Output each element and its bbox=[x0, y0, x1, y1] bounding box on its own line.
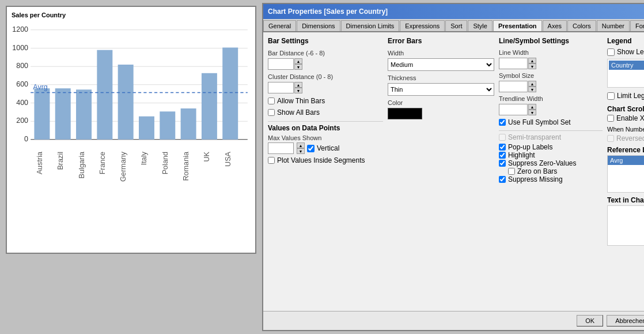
tab-style[interactable]: Style bbox=[468, 20, 492, 31]
tab-presentation[interactable]: Presentation bbox=[493, 20, 542, 32]
cancel-button[interactable]: Abbrechen bbox=[607, 315, 644, 327]
tab-dimensions[interactable]: Dimensions bbox=[297, 20, 340, 31]
bar-distance-down[interactable]: ▼ bbox=[294, 64, 302, 70]
tab-axes[interactable]: Axes bbox=[543, 20, 567, 31]
svg-rect-22 bbox=[202, 73, 217, 140]
tab-number[interactable]: Number bbox=[597, 20, 630, 31]
bar-distance-up[interactable]: ▲ bbox=[294, 58, 302, 64]
highlight-label: Highlight bbox=[508, 151, 535, 159]
error-bars-label: Error Bars bbox=[388, 37, 494, 45]
highlight-row: Highlight bbox=[499, 151, 603, 159]
dialog-title: Chart Properties [Sales per Country] bbox=[268, 7, 388, 16]
trendline-up[interactable]: ▲ bbox=[528, 104, 536, 110]
cluster-distance-input[interactable]: 5 bbox=[268, 82, 294, 93]
svg-rect-14 bbox=[34, 88, 50, 140]
cluster-distance-down[interactable]: ▼ bbox=[294, 88, 302, 93]
reference-lines-item: Avrg bbox=[608, 156, 644, 165]
svg-text:USA: USA bbox=[224, 151, 232, 167]
chart-svg: 1200 1000 800 600 400 200 0 bbox=[12, 21, 251, 240]
chart-area: 1200 1000 800 600 400 200 0 bbox=[12, 21, 251, 240]
popup-labels-checkbox[interactable] bbox=[499, 144, 506, 151]
legend-label: Legend bbox=[607, 37, 644, 45]
svg-rect-16 bbox=[76, 89, 92, 140]
tab-expressions[interactable]: Expressions bbox=[400, 20, 445, 31]
limit-legend-row: Limit Legend (Characters) 15 ▲ ▼ bbox=[607, 90, 644, 102]
show-legend-label: Show Legend bbox=[617, 48, 644, 56]
svg-text:Brazil: Brazil bbox=[56, 152, 65, 170]
enable-xaxis-checkbox[interactable] bbox=[607, 115, 614, 122]
svg-rect-21 bbox=[181, 108, 196, 140]
tab-general[interactable]: General bbox=[263, 20, 296, 31]
text-in-chart-box bbox=[607, 205, 644, 246]
reference-lines-section: Reference Lines Avrg Add... Edit... Dele… bbox=[607, 146, 644, 193]
svg-text:800: 800 bbox=[16, 62, 28, 70]
legend-box: Country bbox=[607, 59, 644, 88]
trendline-group: Trendline Width 1 pt ▲ ▼ bbox=[499, 95, 603, 115]
dialog: Chart Properties [Sales per Country] ✕ G… bbox=[262, 3, 644, 331]
max-values-down[interactable]: ▼ bbox=[297, 148, 305, 154]
line-width-spinbtns: ▲ ▼ bbox=[528, 58, 536, 69]
when-exceeds-label: When Number of Items Exceeds: bbox=[607, 126, 644, 133]
max-values-up[interactable]: ▲ bbox=[297, 142, 305, 148]
suppress-missing-checkbox[interactable] bbox=[499, 176, 506, 183]
tab-font[interactable]: Font bbox=[630, 20, 644, 31]
line-width-input[interactable]: 2 pt bbox=[499, 58, 528, 69]
text-in-chart-label: Text in Chart bbox=[607, 196, 644, 204]
semi-transparent-label: Semi-transparent bbox=[508, 133, 561, 141]
chart-panel: Sales per Country 1200 1000 800 600 400 … bbox=[0, 0, 259, 334]
scrolling-section: Chart Scrolling Enable X-Axis Scrollbar … bbox=[607, 105, 644, 142]
symbol-size-spinbtns: ▲ ▼ bbox=[528, 81, 536, 92]
trendline-input[interactable]: 1 pt bbox=[499, 104, 528, 115]
highlight-checkbox[interactable] bbox=[499, 152, 506, 159]
datapoint-options: Semi-transparent Pop-up Labels Highlight… bbox=[499, 130, 603, 183]
svg-text:UK: UK bbox=[203, 151, 211, 162]
line-width-up[interactable]: ▲ bbox=[528, 58, 536, 63]
bar-distance-input[interactable]: 2 bbox=[268, 58, 294, 70]
legend-section: Legend Show Legend Settings... Country L… bbox=[607, 37, 644, 102]
zero-on-bars-checkbox[interactable] bbox=[508, 168, 515, 175]
allow-thin-bars-checkbox[interactable] bbox=[268, 97, 275, 104]
svg-text:200: 200 bbox=[16, 117, 28, 125]
limit-legend-label: Limit Legend (Characters) bbox=[617, 92, 644, 100]
ok-button[interactable]: OK bbox=[577, 315, 603, 327]
cluster-distance-up[interactable]: ▲ bbox=[294, 82, 302, 88]
symbol-size-down[interactable]: ▼ bbox=[528, 87, 536, 92]
tab-colors[interactable]: Colors bbox=[567, 20, 596, 31]
width-group: Width Medium bbox=[388, 50, 494, 71]
svg-rect-20 bbox=[160, 111, 175, 140]
show-all-bars-checkbox[interactable] bbox=[268, 109, 275, 116]
line-width-down[interactable]: ▼ bbox=[528, 63, 536, 69]
chart-container: Sales per Country 1200 1000 800 600 400 … bbox=[6, 6, 256, 254]
semi-transparent-checkbox[interactable] bbox=[499, 134, 506, 141]
enable-xaxis-label: Enable X-Axis Scrollbar bbox=[616, 114, 644, 122]
svg-rect-23 bbox=[222, 47, 238, 139]
vertical-checkbox[interactable] bbox=[307, 145, 315, 152]
dialog-footer: OK Abbrechen Übernehmen Hilfe bbox=[263, 311, 644, 330]
symbol-size-up[interactable]: ▲ bbox=[528, 81, 536, 87]
full-symbol-checkbox[interactable] bbox=[499, 119, 506, 126]
color-label: Color bbox=[388, 99, 494, 106]
suppress-missing-row: Suppress Missing bbox=[499, 175, 603, 183]
symbol-size-input[interactable]: 2 pt bbox=[499, 81, 528, 92]
reversed-checkbox[interactable] bbox=[607, 135, 614, 142]
tab-dimension-limits[interactable]: Dimension Limits bbox=[341, 20, 400, 31]
suppress-zero-row: Suppress Zero-Values bbox=[499, 159, 603, 167]
plot-inside-checkbox[interactable] bbox=[268, 157, 275, 164]
scrolling-label: Chart Scrolling bbox=[607, 105, 644, 113]
trendline-down[interactable]: ▼ bbox=[528, 110, 536, 115]
max-values-input[interactable]: 100 bbox=[268, 142, 294, 154]
thickness-select[interactable]: Thin bbox=[388, 83, 494, 96]
reference-lines-row: Avrg Add... Edit... Delete bbox=[607, 155, 644, 193]
cluster-distance-spinbtns: ▲ ▼ bbox=[294, 82, 302, 93]
suppress-zero-checkbox[interactable] bbox=[499, 160, 506, 167]
width-label: Width bbox=[388, 50, 494, 57]
color-swatch[interactable] bbox=[388, 108, 422, 119]
bar-settings-column: Bar Settings Bar Distance (-6 - 8) 2 ▲ ▼… bbox=[268, 37, 383, 306]
tab-sort[interactable]: Sort bbox=[445, 20, 467, 31]
width-select[interactable]: Medium bbox=[388, 58, 494, 71]
show-legend-checkbox[interactable] bbox=[607, 48, 615, 56]
popup-labels-label: Pop-up Labels bbox=[508, 143, 552, 151]
limit-legend-checkbox[interactable] bbox=[607, 92, 615, 100]
right-panel: Legend Show Legend Settings... Country L… bbox=[607, 37, 644, 306]
cluster-distance-group: Cluster Distance (0 - 8) 5 ▲ ▼ bbox=[268, 73, 383, 93]
